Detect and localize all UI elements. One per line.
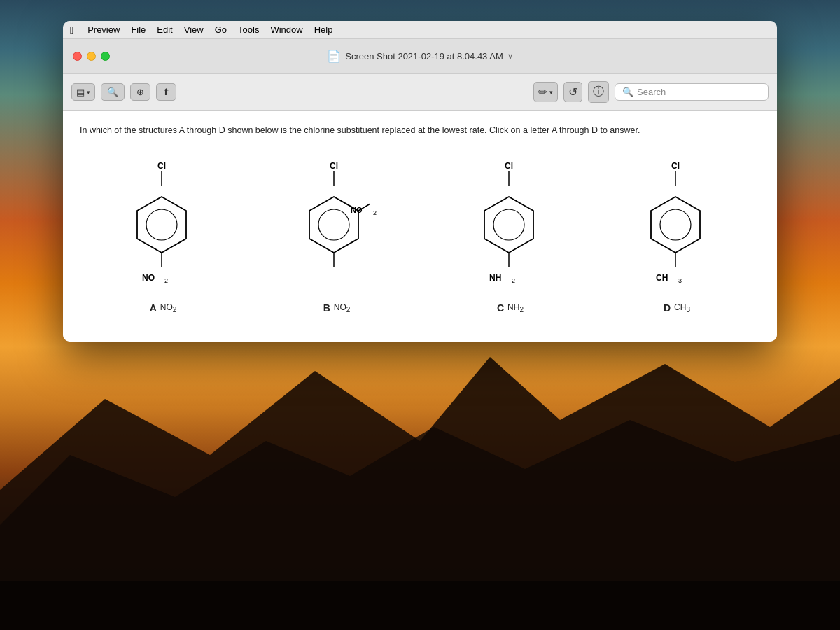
- info-icon: ⓘ: [593, 85, 604, 99]
- svg-marker-20: [484, 197, 533, 253]
- svg-text:2: 2: [164, 277, 168, 284]
- share-icon: ⬆: [162, 87, 170, 97]
- share-button[interactable]: ⬆: [156, 83, 176, 101]
- menu-bar:  Preview File Edit View Go Tools Window…: [63, 21, 777, 39]
- svg-point-21: [493, 209, 524, 240]
- content-area: In which of the structures A through D s…: [63, 111, 777, 342]
- back-icon: ↺: [568, 85, 578, 99]
- question-text: In which of the structures A through D s…: [80, 125, 760, 137]
- mountain-silhouettes: [0, 315, 840, 630]
- molecule-c-svg: Cl NH 2: [468, 158, 552, 298]
- search-icon: 🔍: [622, 87, 634, 97]
- menu-edit[interactable]: Edit: [157, 24, 172, 35]
- title-dropdown-arrow[interactable]: ∨: [507, 52, 513, 61]
- svg-text:Cl: Cl: [158, 161, 166, 171]
- close-button[interactable]: [73, 52, 82, 61]
- minimize-button[interactable]: [87, 52, 96, 61]
- svg-text:Cl: Cl: [505, 161, 513, 171]
- menu-view[interactable]: View: [184, 24, 204, 35]
- nav-back-button[interactable]: ↺: [564, 82, 582, 102]
- apple-icon[interactable]: : [70, 24, 74, 36]
- svg-rect-2: [0, 581, 840, 630]
- menu-help[interactable]: Help: [314, 24, 333, 35]
- svg-text:NO: NO: [142, 273, 155, 283]
- molecule-c-label: C NH2: [497, 302, 524, 314]
- info-button[interactable]: ⓘ: [588, 81, 609, 103]
- molecule-a-label: A NO2: [150, 302, 177, 314]
- svg-text:Cl: Cl: [330, 161, 338, 171]
- dropdown-arrow-icon: ▾: [87, 89, 90, 96]
- markup-button[interactable]: ✏ ▾: [533, 82, 558, 102]
- window-title-area: 📄 Screen Shot 2021-02-19 at 8.04.43 AM ∨: [327, 50, 513, 63]
- svg-text:3: 3: [678, 277, 682, 284]
- svg-point-6: [146, 209, 177, 240]
- sidebar-toggle-button[interactable]: ▤ ▾: [71, 83, 95, 101]
- svg-text:2: 2: [373, 209, 377, 216]
- svg-text:2: 2: [512, 277, 515, 284]
- svg-point-28: [660, 209, 691, 240]
- zoom-in-button[interactable]: ⊕: [130, 83, 150, 101]
- mac-window:  Preview File Edit View Go Tools Window…: [63, 21, 777, 342]
- svg-text:Cl: Cl: [671, 161, 680, 171]
- title-bar: 📄 Screen Shot 2021-02-19 at 8.04.43 AM ∨: [63, 39, 777, 74]
- svg-text:NH: NH: [489, 273, 501, 283]
- svg-marker-12: [309, 197, 358, 253]
- molecule-d[interactable]: Cl CH 3 D CH3: [635, 158, 719, 314]
- svg-point-13: [318, 209, 349, 240]
- svg-text:NO: NO: [351, 206, 363, 214]
- markup-dropdown-icon: ▾: [550, 89, 553, 96]
- molecule-d-label: D CH3: [664, 302, 690, 314]
- molecule-d-svg: Cl CH 3: [635, 158, 719, 298]
- molecules-row: Cl NO 2 A: [80, 151, 760, 328]
- toolbar: ▤ ▾ 🔍 ⊕ ⬆ ✏ ▾ ↺ ⓘ 🔍: [63, 74, 777, 111]
- pencil-icon: ✏: [538, 85, 547, 99]
- molecule-b[interactable]: Cl NO 2 B NO2: [288, 158, 386, 314]
- menu-go[interactable]: Go: [215, 24, 227, 35]
- menu-window[interactable]: Window: [270, 24, 302, 35]
- molecule-c[interactable]: Cl NH 2 C NH2: [468, 158, 552, 314]
- sidebar-icon: ▤: [76, 87, 85, 97]
- fullscreen-button[interactable]: [101, 52, 110, 61]
- molecule-b-label: B NO2: [323, 302, 351, 314]
- search-bar[interactable]: 🔍 Search: [615, 83, 769, 101]
- menu-file[interactable]: File: [131, 24, 146, 35]
- zoom-out-button[interactable]: 🔍: [101, 83, 125, 101]
- window-title: Screen Shot 2021-02-19 at 8.04.43 AM: [345, 51, 503, 62]
- menu-preview[interactable]: Preview: [88, 24, 120, 35]
- molecule-a-svg: Cl NO 2: [121, 158, 205, 298]
- traffic-lights: [63, 52, 110, 61]
- molecule-b-svg: Cl NO 2: [288, 158, 386, 298]
- menu-tools[interactable]: Tools: [238, 24, 259, 35]
- search-placeholder: Search: [637, 87, 666, 97]
- svg-text:CH: CH: [656, 273, 668, 283]
- svg-marker-5: [137, 197, 186, 253]
- document-icon: 📄: [327, 50, 341, 63]
- zoom-out-icon: 🔍: [107, 87, 118, 97]
- svg-marker-27: [651, 197, 700, 253]
- zoom-in-icon: ⊕: [136, 87, 144, 97]
- molecule-a[interactable]: Cl NO 2 A: [121, 158, 205, 314]
